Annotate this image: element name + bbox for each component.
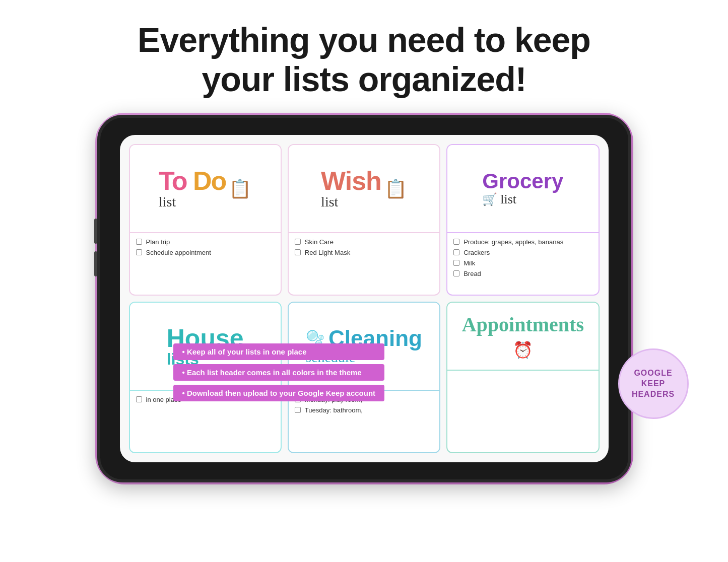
wish-list-text: list bbox=[321, 194, 338, 209]
wish-title: Wish bbox=[321, 166, 381, 195]
cart-icon: 🛒 bbox=[482, 192, 497, 206]
grocery-item-1: Produce: grapes, apples, bananas bbox=[453, 238, 592, 246]
bullet-1: Keep all of your lists in one place bbox=[173, 343, 385, 360]
main-heading: Everything you need to keep your lists o… bbox=[138, 20, 590, 99]
google-keep-badge: GOOGLEKEEPHEADERS bbox=[618, 348, 689, 419]
clipboard-icon: 📋 bbox=[229, 178, 251, 199]
todo-item-2: Schedule appointment bbox=[136, 249, 275, 256]
checkbox-8 bbox=[453, 270, 459, 276]
feature-bullets: Keep all of your lists in one place Each… bbox=[173, 343, 385, 401]
grocery-card-header: Grocery 🛒 list bbox=[447, 145, 598, 233]
todo-card: To Do list 📋 Plan trip Sc bbox=[129, 144, 282, 296]
checkbox-3 bbox=[295, 239, 301, 245]
appointments-card: Appointments ⏰ bbox=[446, 302, 599, 453]
wish-clipboard-icon: 📋 bbox=[384, 178, 407, 199]
wish-card-header: Wish list 📋 bbox=[289, 145, 439, 233]
checkbox-1 bbox=[136, 239, 142, 245]
tablet-screen: To Do list 📋 Plan trip Sc bbox=[120, 135, 609, 462]
todo-item-1: Plan trip bbox=[136, 238, 275, 246]
checkbox-9 bbox=[136, 396, 142, 402]
todo-card-body: Plan trip Schedule appointment bbox=[130, 233, 281, 295]
wish-item-2: Red Light Mask bbox=[295, 249, 433, 256]
appointments-card-header: Appointments ⏰ bbox=[447, 303, 598, 371]
tablet-device: GOOGLEKEEPHEADERS Keep all of your lists… bbox=[97, 115, 631, 482]
todo-card-header: To Do list 📋 bbox=[130, 145, 281, 233]
bullet-3: Download then upload to your Google Keep… bbox=[173, 385, 385, 401]
checkbox-2 bbox=[136, 249, 142, 255]
grocery-list-text: list bbox=[500, 192, 516, 207]
volume-up-button bbox=[94, 219, 97, 244]
checkbox-5 bbox=[453, 239, 459, 245]
volume-down-button bbox=[94, 251, 97, 276]
wish-card: Wish list 📋 Skin Care Red Light Mask bbox=[288, 144, 440, 296]
todo-title-to: To bbox=[159, 166, 193, 195]
todo-title-do: Do bbox=[193, 166, 226, 195]
grocery-item-4: Bread bbox=[453, 270, 592, 277]
checkbox-6 bbox=[453, 249, 459, 255]
checkbox-11 bbox=[295, 407, 301, 413]
grocery-card: Grocery 🛒 list Produce: grapes, apples, … bbox=[446, 144, 599, 296]
todo-list-text: list bbox=[159, 194, 176, 209]
clock-icon: ⏰ bbox=[513, 340, 533, 360]
cleaning-item-2: Tuesday: bathroom, bbox=[295, 406, 433, 414]
wish-item-1: Skin Care bbox=[295, 238, 433, 246]
checkbox-7 bbox=[453, 260, 459, 266]
appointments-title: Appointments bbox=[462, 313, 584, 336]
checkbox-4 bbox=[295, 249, 301, 255]
bullet-2: Each list header comes in all colors in … bbox=[173, 364, 385, 381]
badge-text: GOOGLEKEEPHEADERS bbox=[632, 368, 675, 399]
grocery-item-2: Crackers bbox=[453, 249, 592, 256]
grocery-item-3: Milk bbox=[453, 259, 592, 267]
grocery-title: Grocery bbox=[482, 171, 563, 192]
grocery-card-body: Produce: grapes, apples, bananas Cracker… bbox=[447, 233, 598, 295]
wish-card-body: Skin Care Red Light Mask bbox=[289, 233, 439, 295]
